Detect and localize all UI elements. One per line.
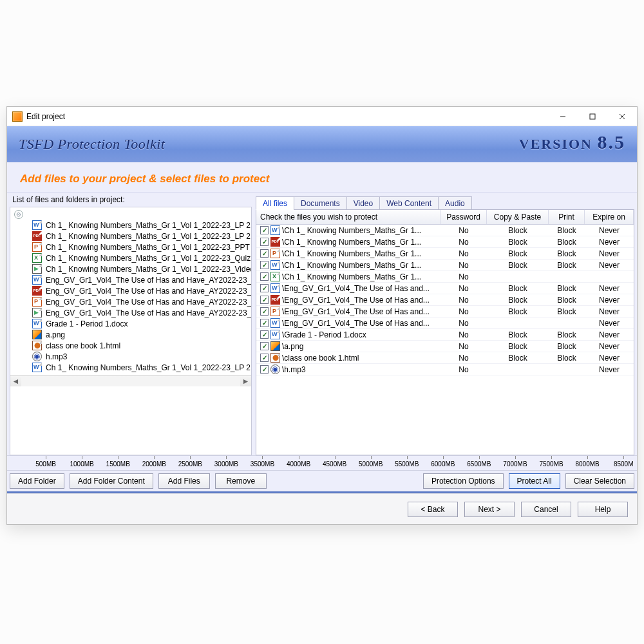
row-checkbox[interactable] bbox=[260, 249, 269, 258]
row-checkbox[interactable] bbox=[260, 365, 269, 374]
tree-item-label: a.png bbox=[44, 330, 65, 339]
row-checkbox[interactable] bbox=[260, 307, 269, 316]
add-files-button[interactable]: Add Files bbox=[158, 473, 210, 489]
ruler-label: 5500MB bbox=[395, 460, 419, 468]
add-folder-content-button[interactable]: Add Folder Content bbox=[70, 473, 153, 489]
pptx-file-icon bbox=[270, 249, 280, 258]
row-print: Block bbox=[549, 249, 585, 258]
grid-row[interactable]: \Ch 1_ Knowing Numbers_Maths_Gr 1...No bbox=[256, 271, 634, 283]
tree-item[interactable]: h.mp3 bbox=[14, 351, 251, 362]
pptx-file-icon bbox=[32, 297, 42, 307]
row-print: Block bbox=[549, 226, 585, 235]
ruler-label: 500MB bbox=[35, 460, 56, 468]
pdf-file-icon bbox=[32, 286, 42, 296]
tree-item[interactable]: Ch 1_ Knowing Numbers_Maths_Gr 1_Vol 1_2… bbox=[14, 231, 251, 242]
col-expire-header[interactable]: Expire on bbox=[585, 210, 634, 224]
grid-body[interactable]: \Ch 1_ Knowing Numbers_Maths_Gr 1...NoBl… bbox=[256, 225, 634, 375]
minimize-button[interactable] bbox=[548, 107, 578, 126]
row-checkbox[interactable] bbox=[260, 284, 269, 292]
protect-grid: Check the files you wish to protect Pass… bbox=[256, 209, 634, 455]
sub-banner: Add files to your project & select files… bbox=[7, 162, 637, 193]
grid-row[interactable]: \class one book 1.htmlNoBlockBlockNever bbox=[256, 352, 634, 364]
grid-row[interactable]: \Ch 1_ Knowing Numbers_Maths_Gr 1...NoBl… bbox=[256, 236, 634, 248]
tab-video[interactable]: Video bbox=[346, 196, 380, 210]
row-checkbox[interactable] bbox=[260, 226, 269, 234]
pdf-file-icon bbox=[32, 231, 42, 241]
ruler-label: 5000MB bbox=[359, 460, 383, 468]
tree-item[interactable]: Eng_GV_Gr1_Vol4_The Use of Has and Have_… bbox=[14, 274, 251, 285]
tree-item[interactable]: Ch 1_ Knowing Numbers_Maths_Gr 1_Vol 1_2… bbox=[14, 220, 251, 231]
row-file-label: \a.png bbox=[282, 342, 303, 351]
tree-item[interactable]: a.png bbox=[14, 329, 251, 340]
protect-all-button[interactable]: Protect All bbox=[509, 473, 560, 489]
row-file-label: \class one book 1.html bbox=[282, 354, 359, 363]
tree-item[interactable]: Eng_GV_Gr1_Vol4_The Use of Has and Have_… bbox=[14, 307, 251, 318]
add-folder-button[interactable]: Add Folder bbox=[10, 473, 64, 489]
grid-row[interactable]: \Eng_GV_Gr1_Vol4_The Use of Has and...No… bbox=[256, 283, 634, 294]
tree-item[interactable]: Ch 1_ Knowing Numbers_Maths_Gr 1_Vol 1_2… bbox=[14, 263, 251, 274]
row-copy: Block bbox=[487, 354, 549, 363]
grid-row[interactable]: \Grade 1 - Period 1.docxNoBlockBlockNeve… bbox=[256, 329, 634, 341]
cancel-button[interactable]: Cancel bbox=[521, 502, 571, 517]
grid-row[interactable]: \Eng_GV_Gr1_Vol4_The Use of Has and...No… bbox=[256, 294, 634, 306]
tab-audio[interactable]: Audio bbox=[438, 196, 472, 210]
tree-item[interactable]: Ch 1_ Knowing Numbers_Maths_Gr 1_Vol 1_2… bbox=[14, 362, 251, 373]
row-print: Block bbox=[549, 238, 585, 247]
project-files-tree[interactable]: ⊝ Ch 1_ Knowing Numbers_Maths_Gr 1_Vol 1… bbox=[10, 207, 252, 455]
tree-item[interactable]: Ch 1_ Knowing Numbers_Maths_Gr 1_Vol 1_2… bbox=[14, 252, 251, 263]
clear-selection-button[interactable]: Clear Selection bbox=[565, 473, 634, 489]
row-checkbox[interactable] bbox=[260, 342, 269, 350]
tree-root[interactable]: ⊝ bbox=[14, 210, 251, 219]
grid-row[interactable]: \a.pngNoBlockBlockNever bbox=[256, 341, 634, 352]
docx-file-icon bbox=[32, 275, 42, 285]
grid-row[interactable]: \Eng_GV_Gr1_Vol4_The Use of Has and...No… bbox=[256, 306, 634, 317]
tree-item[interactable]: Eng_GV_Gr1_Vol4_The Use of Has and Have_… bbox=[14, 296, 251, 307]
tree-horizontal-scrollbar[interactable]: ◄ ► bbox=[10, 375, 251, 386]
project-files-pane: List of files and folders in project: ⊝ … bbox=[7, 193, 252, 455]
next-button[interactable]: Next > bbox=[464, 502, 515, 517]
row-checkbox[interactable] bbox=[260, 330, 269, 339]
maximize-button[interactable] bbox=[578, 107, 607, 126]
row-checkbox[interactable] bbox=[260, 319, 269, 327]
scroll-right-icon[interactable]: ► bbox=[240, 377, 251, 386]
row-file-label: \h.mp3 bbox=[282, 365, 306, 374]
row-expire: Never bbox=[585, 284, 634, 293]
help-button[interactable]: Help bbox=[578, 502, 628, 517]
tree-item-label: Eng_GV_Gr1_Vol4_The Use of Has and Have_… bbox=[44, 287, 252, 296]
tree-item[interactable]: Grade 1 - Period 1.docx bbox=[14, 318, 251, 329]
row-expire: Never bbox=[585, 261, 634, 270]
row-checkbox[interactable] bbox=[260, 354, 269, 362]
tab-documents[interactable]: Documents bbox=[294, 196, 347, 210]
row-password: No bbox=[440, 249, 487, 258]
row-file-label: \Ch 1_ Knowing Numbers_Maths_Gr 1... bbox=[282, 226, 421, 235]
cd-root-icon: ⊝ bbox=[14, 210, 23, 219]
close-button[interactable] bbox=[607, 107, 637, 126]
tree-item[interactable]: Ch 1_ Knowing Numbers_Maths_Gr 1_Vol 1_2… bbox=[14, 242, 251, 252]
remove-button[interactable]: Remove bbox=[215, 473, 267, 489]
protection-options-button[interactable]: Protection Options bbox=[423, 473, 504, 489]
row-checkbox[interactable] bbox=[260, 296, 269, 304]
grid-row[interactable]: \Ch 1_ Knowing Numbers_Maths_Gr 1...NoBl… bbox=[256, 248, 634, 260]
row-checkbox[interactable] bbox=[260, 272, 269, 281]
tree-item[interactable]: Eng_GV_Gr1_Vol4_The Use of Has and Have_… bbox=[14, 285, 251, 296]
pptx-file-icon bbox=[32, 242, 42, 252]
col-print-header[interactable]: Print bbox=[549, 210, 585, 224]
pptx-file-icon bbox=[270, 307, 280, 316]
scroll-left-icon[interactable]: ◄ bbox=[10, 377, 21, 386]
col-copy-header[interactable]: Copy & Paste bbox=[487, 210, 549, 224]
back-button[interactable]: < Back bbox=[408, 502, 458, 517]
row-file-label: \Grade 1 - Period 1.docx bbox=[282, 330, 366, 339]
row-checkbox[interactable] bbox=[260, 261, 269, 269]
tree-item[interactable]: class one book 1.html bbox=[14, 340, 251, 351]
grid-row[interactable]: \Eng_GV_Gr1_Vol4_The Use of Has and...No… bbox=[256, 317, 634, 329]
col-password-header[interactable]: Password bbox=[440, 210, 487, 224]
row-checkbox[interactable] bbox=[260, 238, 269, 246]
grid-row[interactable]: \h.mp3NoNever bbox=[256, 364, 634, 375]
app-icon bbox=[12, 111, 23, 122]
row-expire: Never bbox=[585, 365, 634, 374]
tab-all-files[interactable]: All files bbox=[256, 196, 294, 210]
tab-web-content[interactable]: Web Content bbox=[379, 196, 439, 210]
grid-row[interactable]: \Ch 1_ Knowing Numbers_Maths_Gr 1...NoBl… bbox=[256, 260, 634, 271]
grid-row[interactable]: \Ch 1_ Knowing Numbers_Maths_Gr 1...NoBl… bbox=[256, 225, 634, 236]
col-file-header[interactable]: Check the files you wish to protect bbox=[256, 210, 440, 224]
